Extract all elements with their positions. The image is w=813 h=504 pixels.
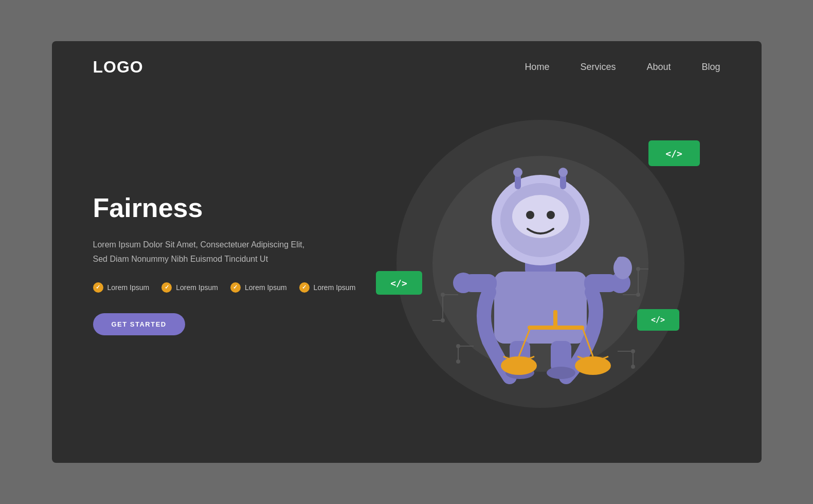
hero-left-section: Fairness Lorem Ipsum Dolor Sit Amet, Con… <box>93 192 360 335</box>
svg-point-16 <box>547 211 555 219</box>
check-item-3: Lorem Ipsum <box>230 282 287 293</box>
svg-point-29 <box>441 293 445 297</box>
checklist: Lorem Ipsum Lorem Ipsum Lorem Ipsum Lore… <box>93 282 360 293</box>
svg-point-39 <box>456 344 460 348</box>
svg-point-20 <box>547 367 575 379</box>
check-icon-2 <box>161 282 172 293</box>
check-icon-3 <box>230 282 241 293</box>
browser-window: LOGO Home Services About Blog Fairness L… <box>52 41 762 463</box>
svg-point-14 <box>512 195 569 238</box>
code-badge-bottom-right: </> <box>637 309 679 331</box>
code-badge-top: </> <box>648 140 700 166</box>
check-label-4: Lorem Ipsum <box>314 283 356 292</box>
hero-description: Lorem Ipsum Dolor Sit Amet, Consectetuer… <box>93 238 309 265</box>
check-icon-1 <box>93 282 103 293</box>
check-label-2: Lorem Ipsum <box>176 283 218 292</box>
code-badge-left: </> <box>376 271 422 295</box>
nav-blog[interactable]: Blog <box>701 62 720 73</box>
check-label-3: Lorem Ipsum <box>245 283 287 292</box>
svg-point-26 <box>575 356 611 375</box>
hero-title: Fairness <box>93 192 360 223</box>
nav-services[interactable]: Services <box>580 62 616 73</box>
svg-point-13 <box>558 168 568 177</box>
header: LOGO Home Services About Blog <box>52 41 762 89</box>
svg-point-3 <box>453 273 474 293</box>
svg-point-15 <box>526 211 534 219</box>
svg-point-40 <box>456 359 460 364</box>
svg-point-11 <box>513 168 522 177</box>
robot-illustration <box>427 130 654 398</box>
main-content: Fairness Lorem Ipsum Dolor Sit Amet, Con… <box>52 89 762 439</box>
check-icon-4 <box>299 282 310 293</box>
check-item-4: Lorem Ipsum <box>299 282 356 293</box>
svg-point-25 <box>501 356 537 375</box>
navigation: Home Services About Blog <box>525 62 720 73</box>
svg-point-34 <box>636 293 640 297</box>
check-item-2: Lorem Ipsum <box>161 282 218 293</box>
svg-rect-7 <box>617 257 624 271</box>
logo: LOGO <box>93 58 143 77</box>
check-item-1: Lorem Ipsum <box>93 282 150 293</box>
check-label-1: Lorem Ipsum <box>107 283 150 292</box>
svg-point-43 <box>631 349 635 353</box>
get-started-button[interactable]: GET STARTED <box>93 313 185 335</box>
hero-illustration: </> </> </> <box>360 110 720 418</box>
svg-rect-1 <box>494 272 587 344</box>
svg-point-44 <box>631 365 635 369</box>
nav-home[interactable]: Home <box>525 62 549 73</box>
svg-rect-22 <box>553 310 557 330</box>
nav-about[interactable]: About <box>646 62 671 73</box>
